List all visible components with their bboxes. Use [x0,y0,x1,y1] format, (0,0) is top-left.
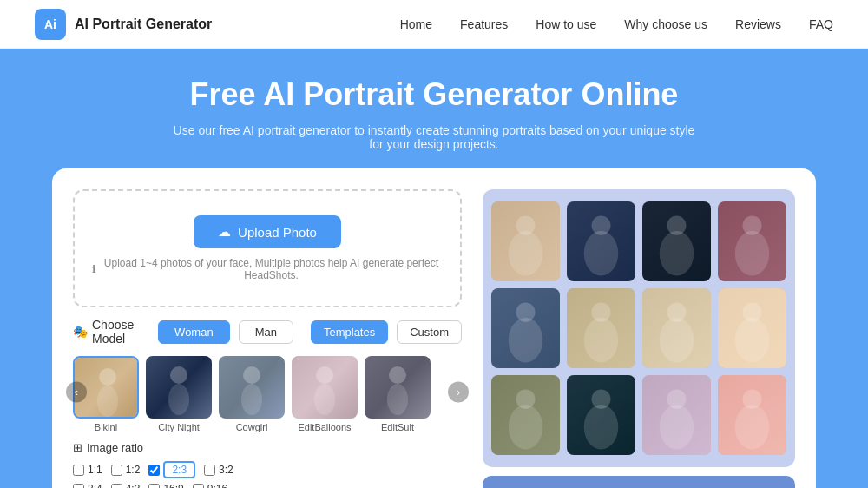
main-area: ☁ Upload Photo ℹ Upload 1~4 photos of yo… [0,168,868,488]
gallery-thumb-7 [718,288,786,368]
logo-text: AI Portrait Generator [75,16,212,32]
upload-area: ☁ Upload Photo ℹ Upload 1~4 photos of yo… [73,189,462,307]
nav-home[interactable]: Home [400,17,432,31]
gallery-thumb-0 [491,201,560,281]
model-row: 🎭 Choose Model Woman Man Templates Custo… [73,318,462,346]
model-man-button[interactable]: Man [239,320,293,344]
hero-section: Free AI Portrait Generator Online Use ou… [0,49,868,168]
info-icon: ℹ [92,263,96,275]
thumb-edit-balloons-img [292,356,358,419]
gallery-thumb-8 [491,375,560,455]
thumb-edit-suit-label: EditSuit [381,422,414,432]
nav-reviews[interactable]: Reviews [735,17,781,31]
upload-hint: ℹ Upload 1~4 photos of your face, Multip… [92,257,443,281]
ratio-row-1: 1:1 1:2 2:3 3:2 [73,461,462,478]
thumb-city-night-label: City Night [158,422,200,432]
right-panel: Generate [483,189,795,488]
upload-button-label: Upload Photo [238,225,317,240]
thumb-edit-suit-img [365,356,431,419]
gallery-thumb-5 [567,288,635,368]
thumb-bikini-label: Bikini [95,422,117,432]
thumb-edit-balloons[interactable]: EditBalloons [292,356,358,432]
ratio-1-2[interactable]: 1:2 [111,461,141,478]
ratio-9-16[interactable]: 9:16 [193,483,227,488]
thumb-cowgirl-img [219,356,285,419]
gallery-thumb-11 [718,375,786,455]
nav-why-choose-us[interactable]: Why choose us [624,17,707,31]
gallery-area [483,189,795,467]
nav-how-to-use[interactable]: How to use [536,17,596,31]
thumbnail-container: ‹ Bikini City Night [73,356,462,432]
thumb-cowgirl-label: Cowgirl [236,422,268,432]
ratio-label: ⊞ Image ratio [73,441,462,454]
custom-button[interactable]: Custom [397,320,462,344]
model-label: 🎭 Choose Model [73,318,149,346]
ratio-1-1[interactable]: 1:1 [73,461,102,478]
gallery-thumb-4 [491,288,560,368]
model-woman-button[interactable]: Woman [158,320,230,344]
upload-hint-text: Upload 1~4 photos of your face, Multiple… [100,257,443,281]
ratio-16-9[interactable]: 16:9 [148,483,183,488]
thumb-cowgirl[interactable]: Cowgirl [219,356,285,432]
cloud-icon: ☁ [218,224,231,240]
logo-area: Ai AI Portrait Generator [35,9,212,40]
thumb-prev-button[interactable]: ‹ [66,382,87,403]
ratio-section: ⊞ Image ratio 1:1 1:2 2:3 [73,441,462,488]
ratio-4-3[interactable]: 4:3 [111,483,141,488]
gallery-thumb-3 [718,201,786,281]
thumb-next-button[interactable]: › [448,382,469,403]
hero-title: Free AI Portrait Generator Online [17,76,851,113]
model-icon: 🎭 [73,325,88,339]
ratio-grid: 1:1 1:2 2:3 3:2 [73,461,462,488]
generate-button[interactable]: Generate [483,476,795,488]
gallery-thumb-10 [642,375,711,455]
gallery-thumb-9 [567,375,635,455]
nav-faq[interactable]: FAQ [809,17,833,31]
nav-features[interactable]: Features [460,17,508,31]
gallery-thumb-1 [567,201,635,281]
ratio-3-2[interactable]: 3:2 [204,461,233,478]
ratio-2-3[interactable]: 2:3 [148,461,195,478]
gallery-thumb-6 [642,288,711,368]
left-panel: ☁ Upload Photo ℹ Upload 1~4 photos of yo… [73,189,462,488]
header: Ai AI Portrait Generator Home Features H… [0,0,868,49]
upload-button[interactable]: ☁ Upload Photo [194,215,341,248]
ratio-icon: ⊞ [73,441,82,454]
thumb-city-night[interactable]: City Night [146,356,212,432]
main-nav: Home Features How to use Why choose us R… [400,17,833,31]
logo-icon: Ai [35,9,66,40]
thumb-row: Bikini City Night Cowgirl [73,356,462,432]
templates-button[interactable]: Templates [311,320,388,344]
thumb-edit-balloons-label: EditBalloons [298,422,351,432]
ratio-row-2: 3:4 4:3 16:9 9:16 [73,483,462,488]
gallery-thumb-2 [642,201,711,281]
content-card: ☁ Upload Photo ℹ Upload 1~4 photos of yo… [52,168,816,488]
ratio-3-4[interactable]: 3:4 [73,483,102,488]
hero-subtitle: Use our free AI portrait generator to in… [165,123,703,151]
thumb-edit-suit[interactable]: EditSuit [365,356,431,432]
thumb-city-night-img [146,356,212,419]
